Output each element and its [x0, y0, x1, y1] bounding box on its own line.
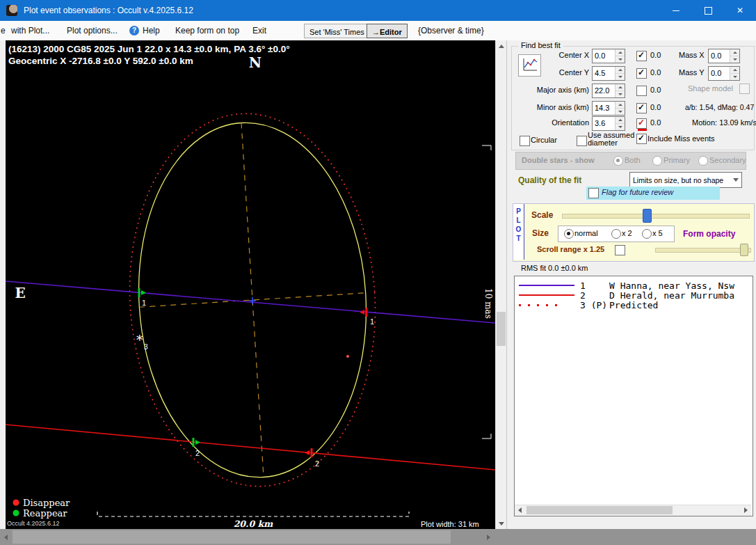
orientation-checkbox[interactable] [636, 118, 647, 129]
minor-axis-input[interactable]: 14.3 [592, 101, 625, 116]
titlebar: Plot event observations : Occult v.4.202… [0, 0, 756, 21]
shape-model-label: Shape model [688, 84, 733, 93]
center-x-checkbox[interactable] [636, 51, 647, 61]
close-button[interactable]: ✕ [724, 0, 756, 21]
plot-width-label: Plot width: 31 km [421, 520, 479, 528]
menu-item-keep-on-top[interactable]: Keep form on top [175, 26, 239, 35]
orientation-input[interactable]: 3.6 [592, 116, 625, 131]
mass-y-spinner[interactable] [730, 67, 739, 80]
center-x-spinner[interactable] [615, 49, 625, 63]
menu-item-clipped[interactable]: e [1, 26, 6, 35]
fit-panel: Find best fit Center X 0.0 0.0 Mass X 0.… [506, 40, 756, 529]
stray-point [346, 355, 349, 358]
scroll-up-button[interactable] [496, 40, 506, 52]
center-y-input[interactable]: 4.5 [592, 66, 625, 81]
help-icon: ? [129, 26, 139, 35]
size-normal-label: normal [574, 229, 598, 237]
scroll-range-slider-track[interactable] [655, 248, 751, 253]
size-label: Size [532, 228, 549, 238]
chord2-right-label: 2 [315, 459, 319, 468]
minimize-button[interactable] [660, 0, 692, 21]
chord1-line-sample [519, 285, 574, 286]
scroll-range-checkbox[interactable] [615, 245, 625, 255]
orientation-spinner[interactable] [615, 117, 625, 130]
quality-dropdown[interactable]: Limits on size, but no shape [629, 172, 742, 188]
plot-area[interactable]: 1 1 2 2 * 3 [6, 40, 495, 529]
center-x-label: Center X [522, 51, 589, 59]
mass-y-input[interactable]: 0.0 [708, 66, 740, 81]
double-stars-both-radio[interactable] [613, 156, 623, 166]
major-axis-input[interactable]: 22.0 [592, 84, 625, 98]
size-x2-label: x 2 [622, 229, 632, 237]
menu-item-plot-options[interactable]: Plot options... [67, 26, 118, 35]
observations-listbox[interactable]: 1 W Hanna, near Yass, Nsw 2 D Herald, ne… [514, 276, 753, 516]
double-stars-group: Double stars - show Both Primary Seconda… [515, 152, 746, 170]
use-assumed-label: Use assumeddiameter [588, 132, 634, 147]
minor-axis-spinner[interactable] [615, 102, 625, 115]
center-cross [249, 297, 256, 304]
shape-model-checkbox[interactable] [739, 84, 750, 94]
center-y-checkbox[interactable] [636, 68, 647, 79]
minor-axis-label: Minor axis (km) [522, 103, 589, 111]
find-best-fit-label: Find best fit [518, 41, 563, 49]
minor-axis-checkbox[interactable] [636, 103, 647, 113]
menu-item-with-plot[interactable]: with Plot... [11, 26, 49, 35]
flag-review-checkbox[interactable] [588, 188, 599, 198]
scroll-range-slider-thumb[interactable] [740, 244, 748, 256]
reappear-dot-icon [13, 510, 19, 516]
major-axis-spinner[interactable] [615, 84, 625, 97]
use-assumed-checkbox[interactable] [577, 136, 587, 146]
listbox-scroll-left-button[interactable] [515, 505, 525, 515]
listbox-horizontal-scrollbar[interactable] [515, 505, 751, 516]
editor-button[interactable]: →Editor [367, 24, 408, 38]
mass-x-spinner[interactable] [730, 49, 739, 63]
left-arrow-icon [4, 535, 8, 540]
list-item[interactable]: 3 (P) Predicted [515, 300, 753, 310]
horizontal-scroll-thumb[interactable] [13, 530, 451, 544]
mass-x-input[interactable]: 0.0 [708, 49, 740, 63]
center-y-error: 0.0 [650, 68, 661, 77]
size-x2-radio[interactable] [611, 229, 621, 239]
scale-slider-thumb[interactable] [643, 209, 652, 223]
legend-reappear: Reappear [23, 508, 67, 519]
main-vertical-scrollbar[interactable] [495, 40, 506, 529]
circular-checkbox[interactable] [520, 136, 530, 146]
motion-label: Motion: 13.09 km/s [692, 118, 756, 127]
quality-selected-value: Limits on size, but no shape [630, 176, 730, 184]
major-axis-error: 0.0 [650, 86, 661, 94]
plot-header-line2: Geocentric X -2716.8 ±0.0 Y 592.0 ±0.0 k… [8, 56, 193, 66]
listbox-scroll-thumb[interactable] [526, 506, 673, 514]
observation-name: Predicted [609, 300, 658, 310]
red-indicator-dash [638, 129, 647, 131]
center-y-spinner[interactable] [615, 67, 625, 80]
main-horizontal-scrollbar[interactable] [0, 529, 756, 545]
form-opacity-label[interactable]: Form opacity [683, 229, 735, 239]
center-x-input[interactable]: 0.0 [592, 49, 625, 63]
close-icon: ✕ [737, 6, 743, 15]
center-y-label: Center Y [522, 68, 589, 77]
size-normal-radio[interactable] [564, 229, 574, 239]
set-miss-times-button[interactable]: Set 'Miss' Times [304, 24, 370, 38]
down-arrow-icon [499, 522, 504, 526]
vertical-scroll-thumb[interactable] [497, 312, 506, 346]
scale-slider-track[interactable] [562, 214, 750, 219]
menu-item-exit[interactable]: Exit [252, 26, 266, 35]
scroll-left-button[interactable] [0, 529, 12, 545]
clipped-left-strip [0, 40, 6, 529]
include-miss-checkbox[interactable] [636, 134, 647, 144]
flag-review-label: Flag for future review [602, 188, 673, 196]
chord2-left-label: 2 [195, 449, 200, 457]
right-arrow-icon [487, 535, 490, 540]
listbox-scroll-right-button[interactable] [741, 505, 751, 515]
menu-item-help[interactable]: Help [143, 26, 160, 35]
double-stars-primary-radio[interactable] [652, 156, 662, 166]
scroll-down-button[interactable] [496, 518, 506, 529]
major-axis-checkbox[interactable] [636, 86, 647, 96]
maximize-button[interactable] [692, 0, 724, 21]
list-item[interactable]: 1 W Hanna, near Yass, Nsw [515, 281, 753, 290]
list-item[interactable]: 2 D Herald, near Murrumba [515, 290, 753, 300]
scroll-right-button[interactable] [483, 529, 494, 545]
quality-label: Quality of the fit [518, 175, 581, 185]
double-stars-secondary-radio[interactable] [698, 156, 708, 166]
size-x5-radio[interactable] [642, 229, 652, 239]
